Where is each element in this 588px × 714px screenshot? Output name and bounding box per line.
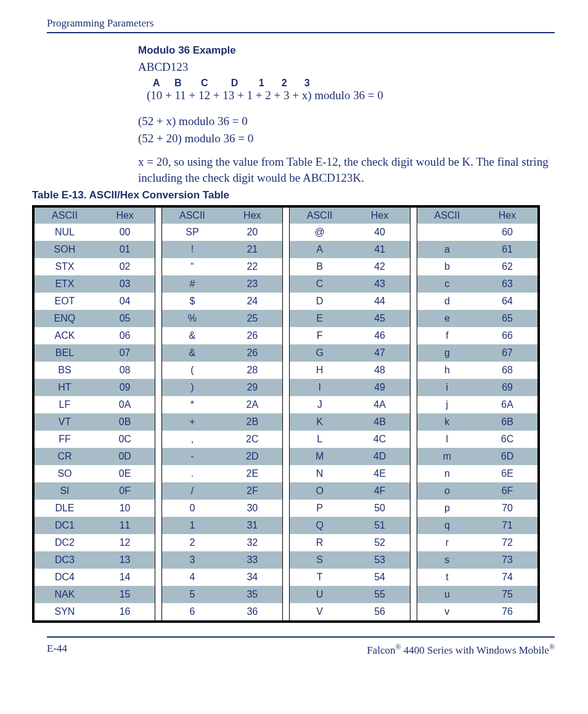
col-gap — [410, 396, 417, 413]
col-gap — [283, 208, 290, 224]
ascii-cell: SO — [35, 465, 95, 482]
col-gap — [410, 224, 417, 241]
section-heading: Modulo 36 Example — [138, 44, 555, 57]
ascii-cell: F — [289, 327, 349, 344]
hex-cell: 08 — [95, 362, 155, 379]
ascii-cell: * — [162, 396, 223, 413]
product-name: Falcon® 4400 Series with Windows Mobile® — [367, 643, 555, 657]
hex-cell: 23 — [223, 275, 283, 293]
ascii-cell: , — [162, 431, 223, 448]
ascii-cell: 0 — [162, 500, 223, 517]
col-gap — [155, 258, 162, 275]
ascii-cell: SYN — [35, 603, 95, 620]
col-gap — [283, 293, 290, 310]
col-gap — [283, 327, 290, 344]
table-row: EOT04$24D44d64 — [35, 293, 537, 310]
col-gap — [283, 413, 290, 431]
letter-d: D — [231, 78, 256, 89]
ascii-cell: DC3 — [35, 551, 95, 569]
hex-cell: 07 — [95, 344, 155, 362]
ascii-cell: L — [289, 431, 349, 448]
ascii-cell: CR — [35, 448, 95, 465]
hex-cell: 0A — [95, 396, 155, 413]
hex-cell: 50 — [349, 500, 410, 517]
ascii-hex-table: ASCII Hex ASCII Hex ASCII Hex ASCII Hex … — [32, 205, 540, 623]
col-gap — [155, 241, 162, 258]
ascii-cell: D — [289, 293, 349, 310]
hex-cell: 75 — [477, 586, 537, 603]
ascii-cell: SP — [162, 224, 223, 241]
ascii-cell: G — [289, 344, 349, 362]
hex-cell: 12 — [95, 534, 155, 551]
col-header: Hex — [95, 208, 155, 224]
running-header: Programming Parameters — [47, 17, 555, 33]
hex-cell: 69 — [477, 379, 537, 396]
hex-cell: 03 — [95, 275, 155, 293]
hex-cell: 14 — [95, 569, 155, 586]
ascii-cell: I — [289, 379, 349, 396]
hex-cell: 43 — [349, 275, 410, 293]
ascii-cell: - — [162, 448, 223, 465]
col-gap — [155, 208, 162, 224]
ascii-cell: b — [417, 258, 477, 275]
table-row: ACK06&26F46f66 — [35, 327, 537, 344]
ascii-cell: ACK — [35, 327, 95, 344]
col-gap — [410, 465, 417, 482]
ascii-cell: NUL — [35, 224, 95, 241]
ascii-cell: k — [417, 413, 477, 431]
col-gap — [410, 517, 417, 534]
ascii-cell: V — [289, 603, 349, 620]
hex-cell: 06 — [95, 327, 155, 344]
table-row: DC212232R52r72 — [35, 534, 537, 551]
equation-main: (10 + 11 + 12 + 13 + 1 + 2 + 3 + x) modu… — [147, 89, 555, 102]
hex-cell: 11 — [95, 517, 155, 534]
col-gap — [283, 362, 290, 379]
table-row: STX02“22B42b62 — [35, 258, 537, 275]
col-gap — [283, 224, 290, 241]
ascii-cell: DC2 — [35, 534, 95, 551]
col-gap — [410, 551, 417, 569]
col-gap — [155, 293, 162, 310]
hex-cell: 2B — [223, 413, 283, 431]
letter-c: C — [201, 78, 228, 89]
registered-icon: ® — [395, 643, 401, 651]
table-header-row: ASCII Hex ASCII Hex ASCII Hex ASCII Hex — [35, 208, 537, 224]
col-gap — [283, 603, 290, 620]
table-e12-link[interactable]: Table E-12 — [287, 155, 338, 168]
col-gap — [410, 379, 417, 396]
hex-cell: 4F — [349, 482, 410, 500]
letter-a: A — [153, 78, 171, 89]
table-row: LF0A*2AJ4Aj6A — [35, 396, 537, 413]
col-gap — [410, 208, 417, 224]
hex-cell: 16 — [95, 603, 155, 620]
hex-cell: 36 — [223, 603, 283, 620]
ascii-cell: ! — [162, 241, 223, 258]
ascii-cell: p — [417, 500, 477, 517]
ascii-cell: q — [417, 517, 477, 534]
table-row: ENQ05%25E45e65 — [35, 310, 537, 327]
col-gap — [410, 344, 417, 362]
col-gap — [155, 551, 162, 569]
col-gap — [410, 603, 417, 620]
hex-cell: 6C — [477, 431, 537, 448]
ascii-cell: ENQ — [35, 310, 95, 327]
col-gap — [283, 448, 290, 465]
col-gap — [283, 379, 290, 396]
hex-cell: 76 — [477, 603, 537, 620]
hex-cell: 33 — [223, 551, 283, 569]
hex-cell: 6D — [477, 448, 537, 465]
sample-string: ABCD123 — [138, 60, 555, 74]
hex-cell: 0B — [95, 413, 155, 431]
hex-cell: 67 — [477, 344, 537, 362]
table-row: FF0C,2CL4Cl6C — [35, 431, 537, 448]
hex-cell: 63 — [477, 275, 537, 293]
table-row: DLE10030P50p70 — [35, 500, 537, 517]
ascii-cell: ETX — [35, 275, 95, 293]
ascii-cell: 6 — [162, 603, 223, 620]
hex-cell: 34 — [223, 569, 283, 586]
hex-cell: 26 — [223, 327, 283, 344]
ascii-cell: t — [417, 569, 477, 586]
hex-cell: 4A — [349, 396, 410, 413]
letter-b: B — [174, 78, 198, 89]
hex-cell: 10 — [95, 500, 155, 517]
